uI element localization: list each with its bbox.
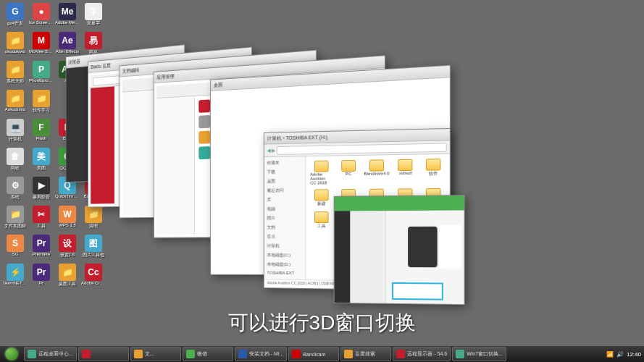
sidebar-item[interactable]: 下载 (266, 167, 304, 177)
sidebar-item[interactable]: 本地磁盘(C:) (266, 251, 304, 260)
sidebar-item[interactable]: 音乐 (266, 232, 304, 242)
icon-label: Adobe Media En... (55, 20, 80, 25)
wechat-contact-list[interactable] (350, 211, 386, 305)
desktop-icon[interactable]: 🗑回收 (3, 148, 28, 175)
app-icon: ⚙ (7, 177, 24, 194)
folder-label: 工具 (317, 223, 326, 230)
wechat-avatar (439, 225, 461, 269)
desktop-icon[interactable]: 💻计算机 (3, 119, 28, 146)
sidebar-item[interactable]: 图片 (266, 214, 304, 223)
app-tile[interactable] (198, 115, 210, 128)
folder-label: Adobe Audition CC 2018 (310, 172, 333, 185)
desktop-icon[interactable]: 📁文件夹图标 (3, 206, 28, 233)
taskbar-app-icon (292, 350, 301, 358)
sidebar-item[interactable]: 视频 (266, 204, 304, 214)
taskbar-item[interactable]: 远程桌面中心... (24, 347, 77, 361)
desktop-icon[interactable]: 📁系统大师 (3, 61, 28, 88)
desktop-icon[interactable]: 📁Aokoduino (3, 90, 28, 117)
icon-label: Ice Screen Kapture (29, 20, 54, 25)
taskbar-item[interactable]: 远程显示器 - 54.6 (393, 347, 451, 361)
desktop-icon[interactable]: ⚡TeamNET Tools Lite (3, 264, 28, 291)
app-sidebar (156, 96, 195, 235)
flip3d-stage: 浏览器 Baidu 百度 文档编辑 应用管理 (43, 43, 551, 319)
folder-label: 软件 (429, 170, 438, 177)
desktop-icon[interactable]: ⚙系统 (3, 177, 28, 204)
sidebar-item[interactable]: 收藏夹 (266, 158, 304, 168)
app-icon: S (7, 235, 24, 252)
folder-item[interactable]: xshsdf (394, 159, 417, 185)
flip-window-wechat[interactable]: 发送 (334, 195, 465, 305)
system-tray[interactable]: 📶 🔊 12:40 (606, 351, 641, 358)
taskbar: 远程桌面中心...文...微信安装文档 - Mi...Bandicam百度搜索远… (0, 346, 644, 362)
app-icon: 📁 (7, 61, 24, 78)
app-tile[interactable] (198, 146, 210, 159)
tray-clock[interactable]: 12:40 (627, 351, 641, 358)
tray-volume-icon[interactable]: 🔊 (616, 351, 624, 358)
folder-icon (314, 211, 329, 223)
app-icon: ● (33, 3, 50, 20)
desktop-icon[interactable]: 📁okudokiwo (3, 32, 28, 59)
taskbar-label: Win7窗口切换... (467, 350, 503, 358)
icon-label: 文件夹图标 (3, 223, 28, 230)
sidebar-item[interactable]: TOSHIBA EXT (266, 269, 304, 277)
desktop-icon[interactable]: ●Ice Screen Kapture (29, 3, 54, 30)
desktop-icon[interactable]: Ggo4开发 (3, 3, 28, 30)
icon-label: 简单字 (81, 20, 106, 27)
folder-icon (426, 159, 441, 171)
desktop-icon[interactable]: 字简单字 (81, 3, 106, 30)
taskbar-label: 安装文档 - Mi... (249, 350, 283, 358)
folder-item[interactable]: PC (337, 160, 359, 185)
sidebar-item[interactable]: 本地磁盘(D:) (266, 260, 304, 269)
explorer-path: 计算机 › TOSHIBA EXT (H:) (267, 133, 327, 142)
forward-icon[interactable]: ▶ (272, 148, 275, 153)
taskbar-item[interactable]: Win7窗口切换... (452, 347, 506, 361)
sidebar-item[interactable]: 库 (266, 195, 304, 205)
taskbar-item[interactable]: 百度搜索 (340, 347, 391, 361)
folder-icon (314, 189, 329, 201)
folder-item[interactable]: 新建 (310, 189, 333, 207)
taskbar-app-icon (238, 350, 247, 358)
taskbar-item[interactable] (78, 347, 129, 361)
app-icon: 📁 (7, 90, 24, 107)
sidebar-item[interactable]: 最近访问 (266, 186, 304, 195)
folder-icon (314, 161, 329, 172)
sidebar-item[interactable]: 计算机 (266, 242, 304, 251)
app-tile[interactable] (198, 99, 210, 113)
app-icon: 📁 (7, 32, 24, 49)
taskbar-label: 百度搜索 (355, 350, 375, 358)
wechat-input-area[interactable]: 发送 (386, 303, 464, 305)
folder-item[interactable]: 工具 (310, 211, 333, 230)
sidebar-item[interactable]: 桌面 (266, 177, 304, 186)
taskbar-item[interactable]: 文... (130, 347, 181, 361)
wechat-nav (335, 211, 351, 305)
explorer-address-bar[interactable] (277, 143, 447, 154)
folder-item[interactable]: Adobe Audition CC 2018 (310, 160, 333, 185)
taskbar-label: Bandicam (303, 352, 325, 357)
folder-icon (398, 159, 413, 171)
back-icon[interactable]: ◀ (267, 148, 271, 153)
app-icon: G (7, 3, 24, 20)
folder-item[interactable]: Bandicam4.0 (364, 159, 389, 185)
app-icon: ⚡ (7, 264, 24, 281)
taskbar-item[interactable]: Bandicam (288, 347, 339, 361)
folder-label: 新建 (317, 201, 326, 207)
tray-network-icon[interactable]: 📶 (606, 351, 614, 358)
start-button[interactable] (0, 346, 23, 362)
taskbar-item[interactable]: 安装文档 - Mi... (235, 347, 287, 361)
desktop-icon[interactable]: SSG (3, 235, 28, 262)
taskbar-item[interactable]: 微信 (183, 347, 233, 361)
wechat-message-bubble[interactable] (392, 282, 443, 300)
taskbar-app-icon (28, 350, 36, 358)
phone-preview (408, 227, 438, 267)
icon-label: 系统大师 (3, 78, 28, 85)
folder-item[interactable]: 软件 (422, 159, 446, 184)
folder-label: xshsdf (399, 171, 412, 175)
sidebar-item[interactable]: 文档 (266, 223, 304, 232)
desktop-icon[interactable]: MeAdobe Media En... (55, 3, 80, 30)
icon-label: TeamNET Tools Lite (3, 281, 28, 285)
icon-label: Aokoduino (3, 107, 28, 111)
icon-label: 系统 (3, 194, 28, 201)
app-tile[interactable] (198, 130, 210, 143)
taskbar-app-icon (134, 350, 143, 358)
icon-label: go4开发 (3, 20, 28, 27)
